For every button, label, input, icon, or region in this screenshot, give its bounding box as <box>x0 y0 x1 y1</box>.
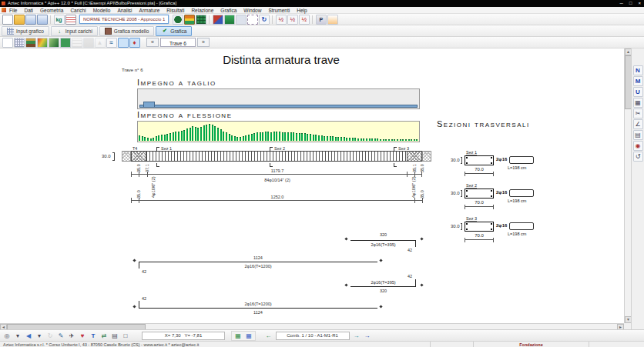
materials-icon[interactable] <box>173 15 183 25</box>
new-file-icon[interactable] <box>2 15 13 25</box>
horizontal-scrollbar[interactable]: ◄ ► <box>0 323 624 329</box>
save-copy-icon[interactable] <box>37 15 48 25</box>
icon-glyph: ↻ <box>261 15 267 24</box>
bending-bar <box>391 139 393 141</box>
menu-item[interactable]: Window <box>243 8 261 13</box>
moment-diagram-icon[interactable]: M <box>633 76 643 86</box>
print-icon[interactable]: P <box>316 15 327 25</box>
map-green-icon[interactable] <box>49 38 59 48</box>
menu-item[interactable]: Modello <box>93 8 111 13</box>
sheet-edit-icon[interactable]: ▤ <box>110 331 120 340</box>
menu-item[interactable]: Relazione <box>191 8 213 13</box>
menu-item[interactable]: Risultati <box>166 8 184 13</box>
table-blue-icon[interactable]: ▦ <box>244 331 254 340</box>
menu-item[interactable]: File <box>9 8 17 13</box>
view-tab[interactable]: Input grafico <box>2 26 49 36</box>
prev-element-button[interactable]: « <box>146 38 159 47</box>
reload-icon[interactable]: ↻ <box>259 15 270 25</box>
minimize-button[interactable]: ─ <box>620 0 623 7</box>
layers-panel-icon[interactable]: ▤ <box>633 130 643 140</box>
notify-icon[interactable] <box>236 15 247 25</box>
displacement-diagram-icon[interactable]: U <box>633 87 643 97</box>
sheet-icon[interactable]: □ <box>121 331 131 340</box>
menu-item[interactable]: Geometria <box>40 8 63 13</box>
rebar-dot <box>466 157 468 158</box>
bending-diagram-box <box>137 121 420 142</box>
prev-comb-icon[interactable]: ← <box>263 331 273 340</box>
colors-layers-icon[interactable] <box>25 38 36 48</box>
menu-item[interactable]: Analisi <box>117 8 132 13</box>
view-tab[interactable]: ✔ Grafica <box>156 26 192 36</box>
zoom-caret-icon[interactable]: ▾ <box>13 331 23 340</box>
menu-item[interactable]: Carichi <box>70 8 86 13</box>
icon-glyph: ▤ <box>635 131 641 139</box>
section-width-label: 70.0 <box>465 167 494 172</box>
fill-gray-icon[interactable] <box>83 38 94 48</box>
document-icon <box>2 8 6 12</box>
armature-grid-icon[interactable]: ▦ <box>633 98 643 108</box>
view-tab[interactable]: Grafica modello <box>99 26 155 36</box>
back-caret-icon[interactable]: ▾ <box>35 331 45 340</box>
maximize-button[interactable]: □ <box>629 0 632 7</box>
combination-selector[interactable]: Comb. 1 / 10 - A1-M1-R1 <box>276 332 350 340</box>
menu-item[interactable]: Armature <box>139 8 160 13</box>
rebar-end-marker <box>420 283 423 286</box>
export-icon[interactable] <box>327 15 338 25</box>
rotate-view-icon[interactable]: ↻ <box>45 331 55 340</box>
undo-view-icon[interactable]: ↺ <box>633 152 643 162</box>
view-tab[interactable]: ↓ Input carichi <box>51 26 98 36</box>
next-element-button[interactable]: » <box>197 38 210 47</box>
results-icon[interactable] <box>224 15 235 25</box>
dxf-export-icon[interactable]: → <box>362 331 372 340</box>
rebar3-line <box>351 286 416 287</box>
map-colors-icon[interactable] <box>37 38 48 48</box>
regen-icon[interactable]: ⇄ <box>99 331 109 340</box>
select-rect-icon[interactable] <box>2 38 13 48</box>
zoom-icon[interactable]: ◎ <box>2 331 12 340</box>
vertical-scrollbar[interactable]: ▲ ▼ <box>624 48 631 323</box>
text-tool-icon[interactable]: T <box>89 331 99 340</box>
open-folder-icon[interactable] <box>14 15 25 25</box>
fly-icon[interactable]: ✈ <box>67 331 77 340</box>
grid2-icon[interactable] <box>14 38 25 48</box>
section-height-label: 30.0 <box>451 191 460 195</box>
section-cut-icon[interactable]: ✂ <box>633 108 643 118</box>
design-code-combobox[interactable]: NORME TECNICHE 2008 - Approccio 1 <box>79 15 169 24</box>
safety-factor-1-icon[interactable]: ½ <box>276 15 287 25</box>
rebar-dot <box>491 223 492 225</box>
bending-bar <box>380 139 381 141</box>
contour-icon[interactable] <box>72 38 82 48</box>
map-plain-icon[interactable] <box>60 38 71 48</box>
next-comb-icon[interactable]: → <box>351 331 361 340</box>
element-tab-trave6[interactable]: Trave 6 <box>160 38 196 47</box>
menu-item[interactable]: Grafica <box>220 8 236 13</box>
pin-icon[interactable]: ♦ <box>129 38 140 48</box>
analysis-icon[interactable] <box>213 15 223 25</box>
code-table-icon[interactable] <box>65 15 76 25</box>
rebar3-label: 2φ16(T=395) <box>351 280 416 285</box>
measure-angle-icon[interactable]: ∠ <box>633 119 643 129</box>
favorite-icon[interactable]: ♥ <box>78 331 88 340</box>
stirrup-spacing-label: 84φ10/14" (2) <box>193 178 362 182</box>
table-view-icon[interactable] <box>118 38 129 48</box>
normal-diagram-icon[interactable]: N <box>633 65 643 75</box>
table-green-icon[interactable]: ▦ <box>233 331 243 340</box>
edit-note-icon[interactable]: ✎ <box>56 331 66 340</box>
selection-icon[interactable] <box>247 15 258 25</box>
drawing-canvas[interactable]: Distinta armatura trave Trave n° 6 Impeg… <box>0 48 624 323</box>
menu-item[interactable]: Dati <box>24 8 33 13</box>
close-button[interactable]: × <box>638 0 641 7</box>
soil-flag-icon[interactable] <box>184 15 195 25</box>
safety-factor-2-icon[interactable]: ½ <box>287 15 298 25</box>
menu-item[interactable]: Help <box>297 8 307 13</box>
units-icon[interactable]: kg <box>54 15 65 25</box>
safety-factor-3-icon[interactable]: ½ <box>299 15 310 25</box>
menu-item[interactable]: Strumenti <box>268 8 290 13</box>
save-icon[interactable] <box>25 15 36 25</box>
camera-icon[interactable]: ◉ <box>633 141 643 151</box>
flow-curve-icon[interactable]: ≈ <box>106 38 117 48</box>
mesh-icon[interactable] <box>196 15 206 25</box>
slope-icon[interactable]: ▲ <box>95 38 106 48</box>
cross-sections: Sez 1 30.0 2φ16 70.0 L=198 cm Sez <box>451 150 547 242</box>
pan-back-icon[interactable]: ◀ <box>24 331 34 340</box>
